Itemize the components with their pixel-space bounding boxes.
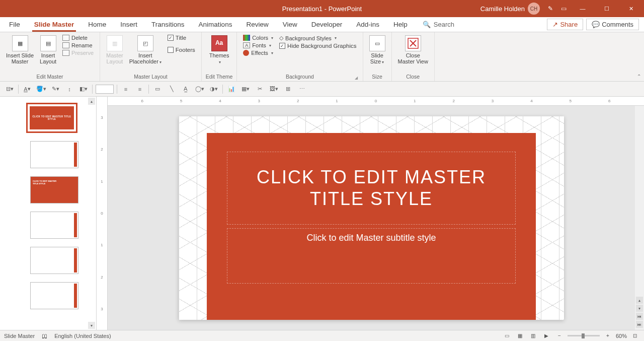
master-layout-button: ▥ Master Layout [104, 34, 125, 65]
arrange-button[interactable]: ◧▾ [78, 84, 89, 94]
crop-icon[interactable]: ✂ [254, 84, 265, 94]
align-left-icon[interactable]: ≡ [120, 84, 131, 94]
chevron-down-icon: ▾ [271, 51, 273, 55]
tab-file[interactable]: File [2, 18, 27, 31]
zoom-in-button[interactable]: + [603, 332, 613, 340]
insert-layout-button[interactable]: ▤ Insert Layout [38, 34, 58, 65]
chevron-down-icon: ▾ [219, 60, 221, 65]
chart-icon[interactable]: 📊 [226, 84, 237, 94]
slide-size-button[interactable]: ▭ Slide Size▾ [367, 34, 387, 66]
tab-slide-master[interactable]: Slide Master [27, 18, 82, 31]
preserve-button[interactable]: Preserve [60, 49, 96, 56]
textbox-icon[interactable]: A̲ [180, 84, 191, 94]
master-subtitle-placeholder[interactable]: Click to edit Master subtitle style [227, 228, 516, 284]
effects-button[interactable]: Effects▾ [241, 49, 275, 56]
align-button[interactable]: ⊟▾ [4, 84, 15, 94]
shapes-button[interactable]: ◯▾ [194, 84, 205, 94]
merge-shapes-icon[interactable]: ◑▾ [208, 84, 219, 94]
checkbox-unchecked-icon [168, 47, 174, 53]
rename-button[interactable]: Rename [60, 42, 96, 49]
close-master-view-button[interactable]: Close Master View [396, 34, 430, 65]
footers-checkbox[interactable]: Footers [166, 46, 197, 53]
zoom-slider[interactable] [568, 335, 600, 336]
tab-view[interactable]: View [276, 18, 304, 31]
collapse-ribbon-button[interactable]: ⌃ [637, 74, 641, 79]
tell-me-search[interactable]: 🔍 Search [415, 21, 462, 28]
picture-icon[interactable]: 🖼▾ [268, 84, 279, 94]
prev-slide-icon[interactable]: ⏮ [636, 313, 643, 320]
comments-button[interactable]: 💬 Comments [586, 19, 639, 30]
scroll-down-icon[interactable]: ▾ [636, 305, 643, 312]
zoom-out-button[interactable]: − [554, 332, 565, 340]
checkbox-checked-icon: ✓ [168, 35, 174, 41]
group-size: ▭ Slide Size▾ Size [363, 32, 392, 81]
group-master-layout: ▥ Master Layout ◰ Insert Placeholder▾ ✓T… [100, 32, 202, 81]
colors-button[interactable]: Colors▾ [241, 34, 275, 41]
next-slide-icon[interactable]: ⏭ [636, 321, 643, 328]
normal-view-button[interactable]: ▭ [502, 332, 512, 340]
background-styles-button[interactable]: ◇Background Styles▾ [277, 34, 358, 42]
tab-addins[interactable]: Add-ins [349, 18, 386, 31]
share-button[interactable]: ↗ Share [547, 19, 583, 30]
layout-thumbnail-5[interactable] [30, 282, 78, 309]
slide-sorter-button[interactable]: ▦ [515, 332, 525, 340]
accessibility-icon[interactable]: 🕮 [42, 333, 47, 339]
sort-button[interactable]: ↕ [64, 84, 75, 94]
insert-slide-master-button[interactable]: ▦ Insert Slide Master [4, 34, 36, 65]
zoom-slider-thumb[interactable] [582, 333, 585, 338]
zoom-level[interactable]: 60% [616, 333, 627, 339]
tab-home[interactable]: Home [81, 18, 113, 31]
line-shape-icon[interactable]: ╲ [166, 84, 177, 94]
themes-button[interactable]: Aa Themes▾ [207, 34, 231, 66]
slide-master-canvas[interactable]: CLICK TO EDIT MASTER TITLE STYLE Click t… [179, 116, 564, 320]
fit-to-window-button[interactable]: ⊡ [630, 332, 640, 340]
layout-thumbnail-1[interactable] [30, 141, 78, 168]
insert-placeholder-button[interactable]: ◰ Insert Placeholder▾ [127, 34, 164, 66]
language-label[interactable]: English (United States) [54, 333, 111, 339]
title-checkbox[interactable]: ✓Title [166, 34, 197, 41]
tab-animations[interactable]: Animations [192, 18, 239, 31]
chevron-down-icon: ▾ [382, 60, 384, 65]
layout-thumbnail-3[interactable] [30, 212, 78, 239]
close-window-button[interactable]: ✕ [623, 0, 639, 17]
master-thumbnail[interactable]: CLICK TO EDIT MASTER TITLE STYLE [26, 103, 77, 133]
hide-bg-checkbox[interactable]: ✓Hide Background Graphics [277, 42, 358, 49]
fill-color-button[interactable]: 🪣▾ [36, 84, 47, 94]
fonts-button[interactable]: AFonts▾ [241, 42, 275, 49]
tab-review[interactable]: Review [239, 18, 275, 31]
user-account[interactable]: Camille Holden CH [480, 3, 540, 15]
color-swatch[interactable] [96, 85, 114, 94]
dialog-launcher-icon[interactable]: ◢ [355, 76, 358, 80]
scroll-down-button[interactable]: ▾ [88, 322, 95, 329]
vertical-ruler: 3 2 1 0 1 2 3 [97, 97, 108, 330]
tab-developer[interactable]: Developer [304, 18, 350, 31]
slideshow-button[interactable]: ▶ [541, 332, 551, 340]
tab-transitions[interactable]: Transitions [144, 18, 192, 31]
group-edit-theme: Aa Themes▾ Edit Theme [202, 32, 237, 81]
scroll-up-icon[interactable]: ▴ [636, 297, 643, 304]
rectangle-shape-icon[interactable]: ▭ [152, 84, 163, 94]
scroll-up-button[interactable]: ▴ [88, 98, 95, 105]
font-color-button[interactable]: A▾ [22, 84, 33, 94]
tab-insert[interactable]: Insert [113, 18, 144, 31]
vertical-scrollbar[interactable]: ▴ ▾ ⏮ ⏭ [635, 106, 644, 330]
format-toolbar: ⊟▾ A▾ 🪣▾ ✎▾ ↕ ◧▾ ≡ ≡ ▭ ╲ A̲ ◯▾ ◑▾ 📊 ▦▾ ✂… [0, 82, 644, 97]
tab-help[interactable]: Help [386, 18, 415, 31]
delete-button[interactable]: Delete [60, 34, 96, 41]
minimize-button[interactable]: — [575, 0, 591, 17]
pen-icon[interactable]: ✎ [548, 5, 553, 12]
align-right-icon[interactable]: ≡ [134, 84, 145, 94]
delete-icon [62, 35, 69, 41]
slide-canvas-area[interactable]: CLICK TO EDIT MASTER TITLE STYLE Click t… [108, 106, 635, 330]
more-commands-icon[interactable]: ⋯ [296, 84, 307, 94]
selection-pane-icon[interactable]: ⊞ [282, 84, 293, 94]
table-icon[interactable]: ▦▾ [240, 84, 251, 94]
master-title-placeholder[interactable]: CLICK TO EDIT MASTER TITLE STYLE [227, 152, 516, 225]
layout-thumbnail-2[interactable]: CLICK TO EDIT MASTERTITLE STYLE [30, 176, 78, 203]
slide-size-icon: ▭ [369, 35, 385, 51]
maximize-button[interactable]: ☐ [599, 0, 615, 17]
layout-thumbnail-4[interactable] [30, 247, 78, 274]
outline-color-button[interactable]: ✎▾ [50, 84, 61, 94]
reading-view-button[interactable]: ▥ [528, 332, 538, 340]
display-mode-icon[interactable]: ▭ [561, 5, 567, 12]
